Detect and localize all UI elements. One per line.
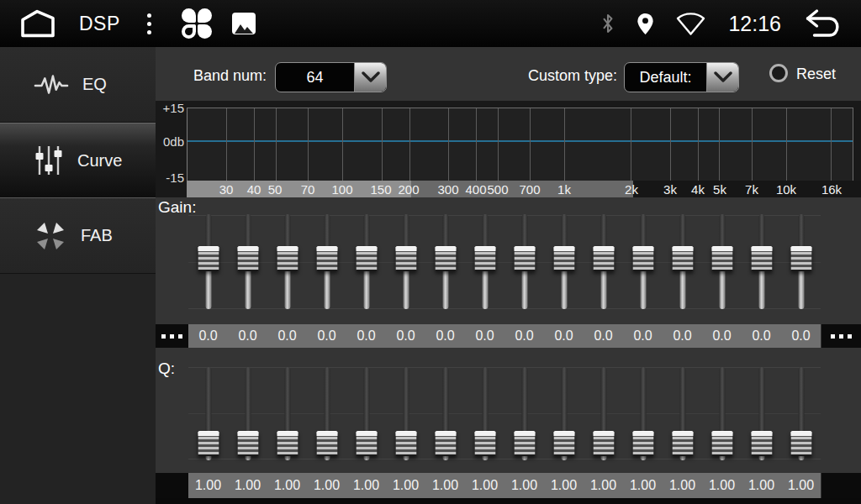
wifi-icon [675,11,706,36]
gain-slider-knob[interactable] [553,246,574,271]
q-value: 1.00 [346,473,386,498]
gain-scroll-right-button[interactable] [821,324,861,348]
freq-gridline [564,108,565,181]
gain-slider-knob[interactable] [435,246,456,271]
q-value: 1.00 [267,473,307,498]
sidebar-item-curve[interactable]: Curve [0,123,156,198]
q-slider[interactable] [702,367,742,460]
gain-slider[interactable] [742,214,781,309]
gallery-icon[interactable] [232,13,256,34]
gain-slider[interactable] [663,214,702,309]
gain-slider-knob[interactable] [751,246,772,271]
sidebar-item-fab[interactable]: FAB [0,198,156,274]
q-slider[interactable] [465,367,504,460]
q-slider-knob[interactable] [711,431,732,456]
gain-slider[interactable] [584,214,623,309]
q-slider-knob[interactable] [237,431,258,456]
freq-tick-label: 5k [713,181,726,198]
gain-slider-knob[interactable] [711,246,732,271]
q-slider-knob[interactable] [395,431,416,456]
gain-slider-knob[interactable] [237,246,258,271]
gain-slider-knob[interactable] [632,246,653,271]
q-slider[interactable] [188,367,228,460]
freq-gridline [786,108,787,181]
q-slider-knob[interactable] [751,431,772,456]
q-slider[interactable] [781,367,821,460]
gain-slider[interactable] [465,214,504,309]
q-slider-knob[interactable] [277,431,298,456]
q-slider-knob[interactable] [356,431,377,456]
gain-slider-row [188,214,821,309]
custom-type-dropdown[interactable]: Default: [624,62,739,92]
q-slider[interactable] [544,367,584,460]
gain-slider-knob[interactable] [277,246,298,271]
gain-slider[interactable] [386,214,425,309]
gain-slider[interactable] [623,214,663,309]
gain-slider-knob[interactable] [593,246,614,271]
q-slider[interactable] [386,367,425,460]
q-slider[interactable] [267,367,307,460]
gain-slider-knob[interactable] [395,246,416,271]
q-value: 1.00 [228,473,267,498]
gain-scroll-left-button[interactable] [156,324,188,348]
q-slider[interactable] [228,367,267,460]
gain-slider[interactable] [307,214,346,309]
bluetooth-icon [600,12,615,35]
gain-slider-knob[interactable] [672,246,693,271]
bottom-edge-bar [156,498,861,504]
q-slider[interactable] [663,367,702,460]
chevron-down-icon[interactable] [354,63,386,92]
sidebar-item-eq[interactable]: EQ [0,47,156,123]
gain-slider-knob[interactable] [514,246,535,271]
gain-slider-knob[interactable] [316,246,337,271]
q-slider[interactable] [623,367,663,460]
gain-slider[interactable] [781,214,821,309]
gain-slider[interactable] [346,214,386,309]
gain-value: 0.0 [623,324,663,348]
q-slider[interactable] [425,367,465,460]
gain-value: 0.0 [425,324,465,348]
location-icon [636,12,655,36]
q-slider-knob[interactable] [790,431,811,456]
gain-slider-knob[interactable] [198,246,219,271]
gain-slider[interactable] [425,214,465,309]
q-slider-knob[interactable] [514,431,535,456]
eq-plot-area[interactable] [187,108,853,181]
q-slider-knob[interactable] [593,431,614,456]
home-icon[interactable] [18,8,57,39]
q-slider[interactable] [346,367,386,460]
freq-gridline [498,108,499,181]
q-slider-knob[interactable] [435,431,456,456]
q-slider-knob[interactable] [672,431,693,456]
y-tick-minus15: -15 [156,171,184,185]
band-num-dropdown[interactable]: 64 [275,62,387,92]
gain-slider[interactable] [504,214,544,309]
q-slider-knob[interactable] [632,431,653,456]
q-slider[interactable] [584,367,623,460]
chevron-down-icon[interactable] [706,63,738,92]
q-strip-right-spacer [821,473,861,498]
q-slider-knob[interactable] [474,431,495,456]
back-icon[interactable] [803,8,843,39]
gain-slider[interactable] [544,214,584,309]
gain-slider[interactable] [188,214,228,309]
q-slider[interactable] [307,367,346,460]
q-slider[interactable] [742,367,781,460]
apps-clover-icon[interactable] [182,8,212,39]
gain-slider-knob[interactable] [474,246,495,271]
freq-gridline [476,108,477,181]
reset-label[interactable]: Reset [796,66,836,83]
q-slider-knob[interactable] [316,431,337,456]
q-slider[interactable] [504,367,544,460]
q-slider-knob[interactable] [198,431,219,456]
gain-slider[interactable] [267,214,307,309]
q-slider-knob[interactable] [553,431,574,456]
gain-slider-knob[interactable] [356,246,377,271]
reset-radio-icon[interactable] [769,64,788,82]
gain-slider[interactable] [702,214,742,309]
gain-value: 0.0 [465,324,504,348]
q-value: 1.00 [742,473,781,498]
overflow-menu-icon[interactable] [147,13,151,34]
gain-slider-knob[interactable] [790,246,811,271]
gain-slider[interactable] [228,214,267,309]
